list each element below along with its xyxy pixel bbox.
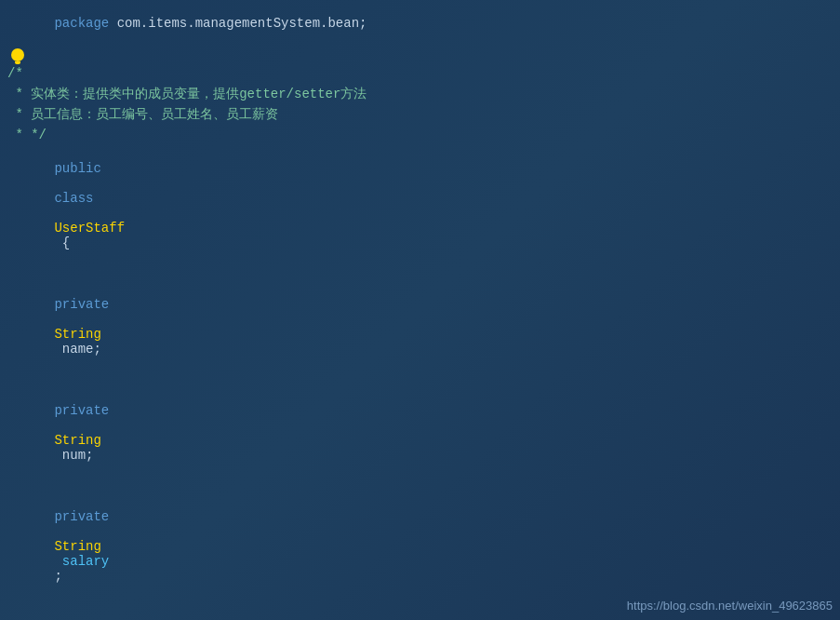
code-line-field-name: private String name; [0, 266, 840, 372]
code-line-class: public class UserStaff { [0, 145, 840, 266]
code-line-field-num: private String num; [0, 372, 840, 478]
lightbulb-icon [11, 48, 24, 61]
code-line-comment-start: /* [0, 63, 840, 84]
keyword-package: package [54, 16, 109, 31]
bulb-line [0, 47, 840, 63]
code-editor: package com.items.managementSystem.bean;… [0, 0, 840, 620]
code-line-comment-2: * 员工信息：员工编号、员工姓名、员工薪资 [0, 104, 840, 125]
watermark: https://blog.csdn.net/weixin_49623865 [627, 599, 833, 613]
code-line-comment-1: * 实体类：提供类中的成员变量，提供getter/setter方法 [0, 84, 840, 104]
code-line-comment-end: * */ [0, 125, 840, 145]
code-line-field-salary: private String salary ; [0, 478, 840, 600]
code-line-1: package com.items.managementSystem.bean; [0, 0, 840, 47]
